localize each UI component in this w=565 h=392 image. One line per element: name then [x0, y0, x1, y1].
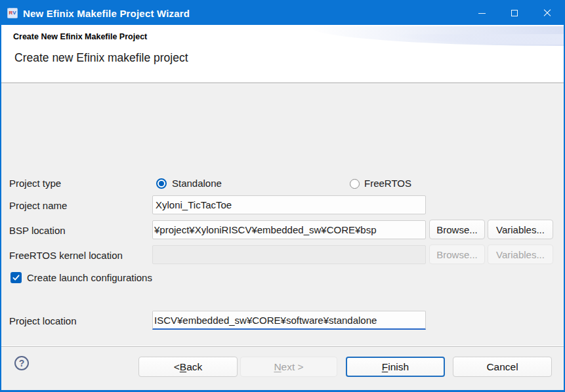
maximize-button[interactable] — [498, 1, 531, 25]
radio-standalone-label[interactable]: Standalone — [172, 178, 222, 189]
back-label-pre: < — [174, 361, 180, 373]
app-icon-letter-v: V — [12, 10, 16, 16]
project-name-label: Project name — [9, 200, 67, 211]
bsp-location-input[interactable] — [152, 220, 426, 239]
cancel-button[interactable]: Cancel — [453, 357, 552, 377]
create-launch-configs-checkbox[interactable] — [10, 272, 22, 283]
checkmark-icon — [12, 274, 20, 281]
maximize-icon — [511, 10, 518, 16]
minimize-button[interactable] — [465, 1, 498, 25]
finish-label-mnemonic: F — [382, 361, 388, 373]
freertos-kernel-location-input — [152, 245, 426, 264]
bsp-variables-button[interactable]: Variables... — [488, 220, 553, 239]
finish-label-rest: inish — [388, 361, 409, 373]
banner-title: Create New Efinix Makefile Project — [13, 32, 147, 41]
button-bar: ? < Back Next > Finish Cancel — [1, 346, 564, 390]
freertos-variables-button: Variables... — [488, 245, 553, 264]
wizard-dialog: RV New Efinix Makefile Project Wizard Cr… — [0, 0, 565, 392]
wizard-banner: Create New Efinix Makefile Project Creat… — [1, 25, 564, 83]
bsp-browse-button[interactable]: Browse... — [429, 220, 485, 239]
freertos-kernel-location-label: FreeRTOS kernel location — [9, 250, 123, 261]
radio-freertos[interactable] — [350, 179, 360, 189]
window-title: New Efinix Makefile Project Wizard — [23, 8, 190, 19]
close-button[interactable] — [531, 1, 564, 25]
app-icon: RV — [7, 8, 18, 18]
next-button: Next > — [240, 357, 337, 377]
project-name-input[interactable] — [152, 195, 426, 214]
project-type-label: Project type — [9, 178, 61, 189]
title-bar: RV New Efinix Makefile Project Wizard — [1, 1, 564, 25]
freertos-browse-button: Browse... — [429, 245, 485, 264]
radio-freertos-label[interactable]: FreeRTOS — [364, 178, 411, 189]
project-location-label: Project location — [9, 315, 77, 326]
back-button[interactable]: < Back — [138, 357, 238, 377]
back-label-mnemonic: B — [180, 361, 186, 373]
banner-subtitle: Create new Efinix makefile project — [14, 51, 188, 65]
form-area: Project type Standalone FreeRTOS Project… — [1, 84, 564, 345]
next-label-mnemonic: N — [274, 361, 281, 373]
finish-button[interactable]: Finish — [346, 357, 445, 377]
close-icon — [543, 9, 551, 17]
back-label-rest: ack — [186, 361, 202, 373]
help-icon: ? — [19, 358, 25, 368]
minimize-icon — [478, 13, 486, 14]
next-label-rest: ext > — [282, 361, 304, 373]
radio-standalone[interactable] — [156, 178, 167, 189]
project-location-input[interactable] — [152, 311, 426, 330]
banner-swoosh-decoration-2 — [393, 34, 564, 45]
bsp-location-label: BSP location — [9, 225, 66, 236]
window-controls — [465, 1, 564, 25]
help-button[interactable]: ? — [14, 356, 29, 370]
create-launch-configs-label[interactable]: Create launch configurations — [27, 272, 152, 283]
